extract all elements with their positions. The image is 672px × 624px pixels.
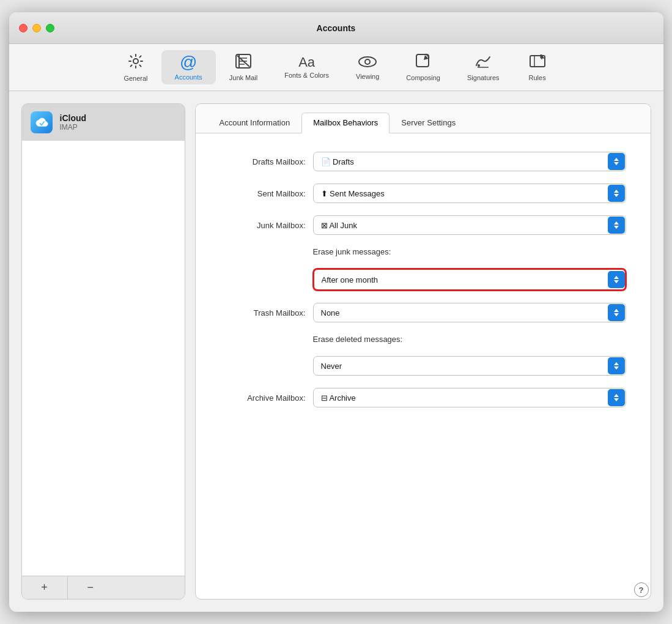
- erase-deleted-select-wrapper: Never When quitting Mail After one day A…: [313, 356, 626, 376]
- main-content: iCloud IMAP + − Account Information Mail…: [9, 91, 663, 612]
- tab-server-settings[interactable]: Server Settings: [390, 113, 467, 133]
- maximize-button[interactable]: [46, 24, 54, 32]
- close-button[interactable]: [19, 24, 28, 32]
- sent-select[interactable]: ⬆ Sent Messages: [313, 184, 626, 203]
- sent-select-wrapper: ⬆ Sent Messages: [313, 184, 626, 203]
- erase-deleted-label-row: Erase deleted messages:: [220, 335, 626, 344]
- junk-label: Junk Mailbox:: [220, 221, 306, 230]
- sent-row: Sent Mailbox: ⬆ Sent Messages: [220, 184, 626, 203]
- toolbar-item-rules[interactable]: Rules: [513, 50, 562, 85]
- toolbar-item-viewing[interactable]: Viewing: [342, 51, 393, 84]
- accounts-icon: @: [180, 54, 197, 71]
- help-button[interactable]: ?: [634, 582, 649, 597]
- junk-mail-label: Junk Mail: [229, 74, 257, 81]
- svg-point-11: [478, 64, 480, 67]
- toolbar-item-fonts-colors[interactable]: Aa Fonts & Colors: [271, 52, 342, 83]
- viewing-icon: [358, 54, 377, 70]
- accounts-label: Accounts: [175, 73, 202, 81]
- window-title: Accounts: [317, 23, 356, 33]
- traffic-lights: [19, 24, 54, 32]
- rules-icon: [529, 53, 546, 72]
- svg-point-7: [359, 57, 376, 67]
- icloud-account-item[interactable]: iCloud IMAP: [22, 104, 185, 141]
- general-label: General: [124, 75, 147, 82]
- svg-rect-9: [416, 54, 429, 67]
- erase-junk-select[interactable]: After one month Never When quitting Mail…: [313, 269, 626, 291]
- icloud-icon: [31, 111, 53, 133]
- sidebar-empty-area: [22, 141, 185, 576]
- settings-tabs: Account Information Mailbox Behaviors Se…: [196, 104, 651, 133]
- remove-account-button[interactable]: −: [68, 576, 113, 599]
- toolbar: General @ Accounts Junk Mail A: [9, 44, 663, 91]
- erase-deleted-row: Never When quitting Mail After one day A…: [220, 356, 626, 376]
- erase-junk-select-wrapper: After one month Never When quitting Mail…: [313, 269, 626, 291]
- signatures-icon: [474, 53, 492, 72]
- sent-label: Sent Mailbox:: [220, 189, 306, 198]
- erase-junk-row: After one month Never When quitting Mail…: [220, 269, 626, 291]
- trash-select-wrapper: None: [313, 303, 626, 322]
- rules-label: Rules: [529, 74, 546, 81]
- toolbar-item-accounts[interactable]: @ Accounts: [161, 50, 216, 84]
- junk-row: Junk Mailbox: ⊠ All Junk: [220, 215, 626, 235]
- drafts-row: Drafts Mailbox: 📄 Drafts: [220, 152, 626, 171]
- toolbar-item-signatures[interactable]: Signatures: [454, 50, 513, 85]
- toolbar-item-general[interactable]: General: [110, 49, 161, 86]
- toolbar-item-composing[interactable]: Composing: [393, 50, 454, 85]
- svg-point-8: [365, 59, 370, 64]
- erase-junk-label-row: Erase junk messages:: [220, 247, 626, 256]
- minimize-button[interactable]: [32, 24, 41, 32]
- junk-mail-icon: [235, 53, 252, 72]
- composing-icon: [415, 53, 431, 72]
- viewing-label: Viewing: [356, 73, 379, 80]
- gear-icon: [127, 53, 144, 72]
- mailbox-behaviors-form: Drafts Mailbox: 📄 Drafts Sent Mailbox:: [196, 133, 651, 426]
- settings-panel: Account Information Mailbox Behaviors Se…: [195, 103, 651, 600]
- svg-point-0: [133, 59, 138, 64]
- archive-select[interactable]: ⊟ Archive: [313, 388, 626, 407]
- erase-deleted-label: Erase deleted messages:: [313, 335, 403, 344]
- archive-label: Archive Mailbox:: [220, 393, 306, 403]
- composing-label: Composing: [406, 74, 440, 81]
- tab-mailbox-behaviors[interactable]: Mailbox Behaviors: [301, 113, 390, 133]
- fonts-colors-label: Fonts & Colors: [284, 72, 329, 79]
- trash-row: Trash Mailbox: None: [220, 303, 626, 322]
- titlebar: Accounts: [9, 12, 663, 44]
- drafts-select-wrapper: 📄 Drafts: [313, 152, 626, 171]
- signatures-label: Signatures: [467, 74, 500, 81]
- archive-row: Archive Mailbox: ⊟ Archive: [220, 388, 626, 407]
- junk-select-wrapper: ⊠ All Junk: [313, 215, 626, 235]
- icloud-type: IMAP: [60, 123, 87, 132]
- fonts-colors-icon: Aa: [298, 56, 315, 69]
- mail-preferences-window: Accounts General @ Accounts: [9, 12, 663, 612]
- drafts-label: Drafts Mailbox:: [220, 157, 306, 166]
- erase-deleted-select[interactable]: Never When quitting Mail After one day A…: [313, 356, 626, 376]
- erase-junk-label: Erase junk messages:: [313, 247, 391, 256]
- sidebar-footer: + −: [22, 576, 185, 599]
- add-account-button[interactable]: +: [22, 576, 67, 599]
- icloud-account-info: iCloud IMAP: [60, 113, 87, 132]
- trash-select[interactable]: None: [313, 303, 626, 322]
- tab-account-information[interactable]: Account Information: [208, 113, 302, 133]
- trash-label: Trash Mailbox:: [220, 308, 306, 318]
- junk-select[interactable]: ⊠ All Junk: [313, 215, 626, 235]
- accounts-sidebar: iCloud IMAP + −: [21, 103, 185, 600]
- toolbar-item-junk-mail[interactable]: Junk Mail: [216, 50, 271, 85]
- drafts-select[interactable]: 📄 Drafts: [313, 152, 626, 171]
- archive-select-wrapper: ⊟ Archive: [313, 388, 626, 407]
- icloud-name: iCloud: [60, 113, 87, 123]
